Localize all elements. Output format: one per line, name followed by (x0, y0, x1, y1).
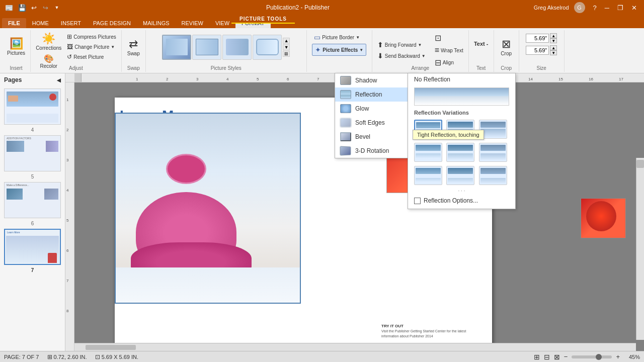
flower-image[interactable] (581, 198, 626, 238)
crop-button[interactable]: ⊠ Crop (499, 37, 514, 57)
width-decrease-btn[interactable]: ▼ (550, 38, 557, 43)
zoom-plus-icon[interactable]: + (616, 353, 620, 360)
picture-styles-group-label: Picture Styles (211, 65, 242, 71)
restore-icon[interactable]: ❐ (614, 3, 626, 13)
minimize-icon[interactable]: ─ (602, 3, 612, 13)
width-input[interactable] (526, 34, 549, 43)
pages-collapse-icon[interactable]: ◀ (57, 77, 61, 83)
picture-effects-dropdown[interactable]: Shadow ▶ Reflection ▶ Glow ▶ Soft Edges … (335, 73, 418, 158)
style-4[interactable] (253, 35, 282, 60)
reset-picture-button[interactable]: ↺ Reset Picture (65, 52, 118, 61)
view-single-icon[interactable]: ⊟ (544, 353, 550, 361)
zoom-slider[interactable] (572, 355, 612, 358)
ribbon-group-arrange: ⬆ Bring Forward ▼ ⬇ Send Backward ▼ ⊡ ≡ … (372, 30, 469, 72)
reflection-full-4pt[interactable] (479, 143, 507, 162)
reflection-full-8pt[interactable] (479, 166, 507, 185)
tab-mailings[interactable]: MAILINGS (137, 18, 176, 28)
change-picture-button[interactable]: 🖼 Change Picture ▼ (65, 42, 118, 51)
picture-border-button[interactable]: ▭ Picture Border ▼ (312, 32, 366, 42)
page-thumb-6[interactable]: Make a Difference... (4, 182, 61, 218)
send-backward-button[interactable]: ⬇ Send Backward ▼ (375, 51, 428, 61)
view-normal-icon[interactable]: ⊞ (534, 353, 540, 361)
publisher-logo-icon: 📰 (4, 3, 14, 13)
style-2[interactable] (192, 35, 221, 60)
tab-insert[interactable]: INSERT (55, 18, 87, 28)
tab-home[interactable]: HOME (26, 18, 55, 28)
tab-review[interactable]: REVIEW (176, 18, 209, 28)
gallery-down-arrow[interactable]: ▼ (283, 44, 290, 50)
picture-effects-button[interactable]: ✦ Picture Effects ▼ (312, 44, 366, 56)
shadow-menu-item[interactable]: Shadow ▶ (335, 73, 417, 87)
horizontal-scrollbar[interactable] (65, 343, 636, 351)
arrange-button[interactable]: ⊡ (433, 32, 465, 44)
bring-forward-button[interactable]: ⬆ Bring Forward ▼ (375, 40, 428, 50)
style-1[interactable] (162, 35, 191, 60)
position-display: ⊞ 0.72, 2.60 IN. (47, 353, 87, 360)
reflection-options-checkbox[interactable] (414, 198, 421, 204)
bring-forward-icon: ⬆ (377, 41, 383, 49)
wrap-text-button[interactable]: ≡ Wrap Text (433, 45, 465, 56)
reflection-icon (340, 90, 351, 99)
align-button[interactable]: ⊟ Align (433, 57, 465, 68)
ribbon-group-insert: 🖼️ Pictures Insert (2, 30, 31, 72)
save-icon[interactable]: 💾 (17, 3, 27, 13)
reflection-tight-4pt[interactable] (414, 143, 442, 162)
page-thumb-5[interactable]: ADDITION FACTORS (4, 135, 61, 171)
zoom-level[interactable]: 45% (624, 354, 640, 360)
reflection-half-4pt[interactable] (446, 143, 474, 162)
picture-border-dropdown-icon[interactable]: ▼ (356, 35, 360, 40)
change-picture-dropdown-icon[interactable]: ▼ (111, 45, 115, 49)
text-button[interactable]: Text - (472, 40, 491, 55)
page-num-5: 5 (0, 173, 65, 180)
reflection-menu-item[interactable]: Reflection ▶ (335, 87, 417, 102)
vertical-scrollbar[interactable] (636, 158, 644, 340)
customize-icon[interactable]: ▼ (52, 3, 62, 13)
swap-button[interactable]: ⇄ Swap (125, 37, 142, 57)
ribbon-group-swap: ⇄ Swap Swap (122, 30, 146, 72)
glow-menu-item[interactable]: Glow ▶ (335, 102, 417, 116)
page-thumb-4[interactable] (4, 88, 61, 125)
tab-file[interactable]: FILE (2, 18, 26, 28)
send-backward-icon: ⬇ (377, 52, 383, 60)
main-image[interactable] (115, 113, 301, 304)
no-reflection-preview[interactable] (414, 87, 509, 106)
reflection-tight-8pt[interactable] (414, 166, 442, 185)
submenu-dots: · · · (408, 187, 515, 195)
3d-rotation-menu-item[interactable]: 3-D Rotation ▶ (335, 144, 417, 158)
compress-pictures-button[interactable]: ⊞ Compress Pictures (65, 32, 118, 41)
reflection-row-3 (408, 164, 515, 187)
user-name: Greg Akselrod (534, 5, 569, 11)
crop-icon: ⊠ (502, 38, 511, 51)
soft-edges-menu-item[interactable]: Soft Edges ▶ (335, 116, 417, 130)
no-reflection-item[interactable]: No Reflection (408, 73, 515, 85)
reflection-options-item[interactable]: Reflection Options... (408, 195, 515, 207)
height-input[interactable] (526, 46, 549, 55)
zoom-minus-icon[interactable]: − (564, 353, 568, 360)
bevel-menu-item[interactable]: Bevel ▶ (335, 130, 417, 144)
picture-effects-dropdown-icon[interactable]: ▼ (359, 48, 363, 52)
undo-icon[interactable]: ↩ (29, 3, 39, 13)
style-3[interactable] (222, 35, 252, 60)
reflection-half-8pt[interactable] (446, 166, 474, 185)
send-backward-dropdown-icon[interactable]: ▼ (422, 54, 426, 58)
change-picture-icon: 🖼 (67, 43, 73, 50)
height-decrease-btn[interactable]: ▼ (550, 50, 557, 55)
gallery-more-arrow[interactable]: ⊞ (283, 51, 290, 57)
reflection-submenu[interactable]: No Reflection Reflection Variations (408, 73, 516, 209)
close-icon[interactable]: ✕ (628, 3, 640, 13)
page-thumb-7[interactable]: Learn More (4, 229, 61, 265)
bring-forward-dropdown-icon[interactable]: ▼ (418, 43, 422, 47)
tab-page-design[interactable]: PAGE DESIGN (87, 18, 137, 28)
height-increase-btn[interactable]: ▲ (550, 45, 557, 50)
redo-icon[interactable]: ↪ (40, 3, 50, 13)
help-icon[interactable]: ? (590, 3, 600, 13)
status-right: ⊞ ⊟ ⊠ − + 45% (534, 353, 640, 361)
view-two-page-icon[interactable]: ⊠ (554, 353, 560, 361)
corrections-button[interactable]: ☀️ Corrections (34, 31, 63, 52)
pictures-button[interactable]: 🖼️ Pictures (5, 37, 27, 57)
width-increase-btn[interactable]: ▲ (550, 33, 557, 38)
recolor-icon: 🎨 (44, 54, 54, 63)
gallery-up-arrow[interactable]: ▲ (283, 38, 290, 44)
window-controls[interactable]: ? ─ ❐ ✕ (590, 3, 640, 13)
recolor-button[interactable]: 🎨 Recolor (38, 53, 59, 70)
